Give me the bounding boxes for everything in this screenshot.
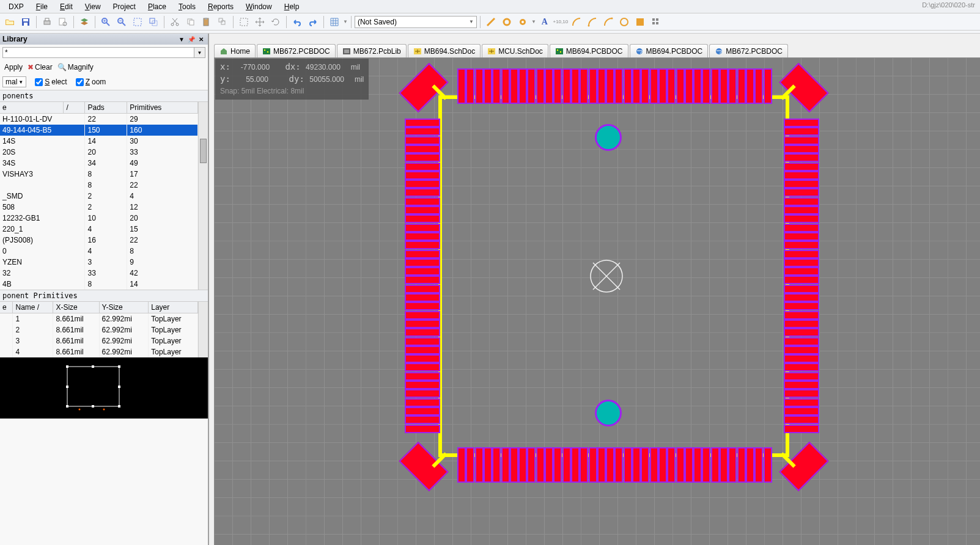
zoom-sel-icon[interactable] bbox=[146, 15, 161, 29]
table-row[interactable]: 49-144-045-B5150160 bbox=[0, 125, 198, 136]
circle-icon[interactable] bbox=[617, 15, 632, 29]
table-row[interactable]: 508212 bbox=[0, 202, 198, 213]
print-icon[interactable] bbox=[40, 15, 54, 29]
table-row[interactable]: 38.661mil62.992miTopLayer bbox=[0, 335, 198, 346]
menu-window[interactable]: Window bbox=[240, 1, 278, 12]
layers-icon[interactable] bbox=[77, 15, 92, 29]
menu-tools[interactable]: Tools bbox=[172, 1, 202, 12]
grid-icon[interactable] bbox=[327, 15, 342, 29]
svg-rect-33 bbox=[652, 18, 655, 21]
smd-pad bbox=[784, 285, 819, 293]
ie-icon bbox=[635, 47, 644, 56]
track-icon[interactable] bbox=[484, 15, 498, 29]
zoom-in-icon[interactable] bbox=[98, 15, 113, 29]
preview-icon[interactable] bbox=[56, 15, 70, 29]
arc2-icon[interactable] bbox=[585, 15, 600, 29]
string-icon[interactable]: A bbox=[537, 15, 552, 29]
table-row[interactable]: VISHAY3817 bbox=[0, 169, 198, 180]
table-row[interactable]: H-110-01-L-DV2229 bbox=[0, 114, 198, 125]
library-title-bar[interactable]: Library ▼ 📌 ✕ bbox=[0, 34, 208, 45]
pcb-canvas[interactable]: x: -770.000 dx: 49230.000 mil y: 55.000 … bbox=[214, 57, 980, 545]
tab-mb672-pcbdoc[interactable]: MB672.PCBDOC bbox=[709, 44, 788, 57]
filter-input[interactable] bbox=[2, 47, 194, 58]
save-icon[interactable] bbox=[18, 15, 33, 29]
fill-icon[interactable] bbox=[633, 15, 647, 29]
smd-pad bbox=[518, 447, 527, 483]
menu-project[interactable]: Project bbox=[107, 1, 142, 12]
tab-mcu-schdoc[interactable]: MCU.SchDoc bbox=[482, 44, 548, 57]
arc3-icon[interactable] bbox=[601, 15, 616, 29]
close-icon[interactable]: ✕ bbox=[197, 35, 205, 43]
cut-icon[interactable] bbox=[168, 15, 182, 29]
svg-rect-34 bbox=[656, 18, 658, 21]
tab-mb694-pcbdoc[interactable]: MB694.PCBDOC bbox=[550, 44, 628, 57]
smd-pad bbox=[676, 447, 685, 483]
menu-reports[interactable]: Reports bbox=[202, 1, 240, 12]
table-row[interactable]: 14S1430 bbox=[0, 136, 198, 147]
zoom-fit-icon[interactable] bbox=[130, 15, 145, 29]
dimension-icon[interactable]: +10,10 bbox=[553, 15, 568, 29]
clear-button[interactable]: ✖Clear bbox=[26, 62, 54, 73]
apply-button[interactable]: Apply bbox=[2, 62, 24, 73]
tab-label: MB672.PCBDOC bbox=[273, 47, 330, 56]
table-row[interactable]: 28.661mil62.992miTopLayer bbox=[0, 324, 198, 335]
zoom-checkbox[interactable]: Zoom bbox=[76, 78, 106, 86]
layer-dropdown[interactable]: (Not Saved) ▼ bbox=[355, 16, 477, 28]
svg-rect-46 bbox=[560, 51, 561, 53]
array-icon[interactable] bbox=[649, 15, 663, 29]
move-icon[interactable] bbox=[252, 15, 267, 29]
menu-file[interactable]: File bbox=[30, 1, 54, 12]
tab-mb694-schdoc[interactable]: MB694.SchDoc bbox=[408, 44, 481, 57]
svg-point-30 bbox=[611, 17, 613, 19]
table-row[interactable]: _SMD24 bbox=[0, 191, 198, 202]
open-icon[interactable] bbox=[2, 15, 17, 29]
zoom-out-icon[interactable] bbox=[114, 15, 129, 29]
table-row[interactable]: 822 bbox=[0, 180, 198, 191]
select-icon[interactable] bbox=[237, 15, 251, 29]
smd-pad bbox=[518, 68, 527, 104]
primitives-grid[interactable]: eName /X-SizeY-SizeLayer 18.661mil62.992… bbox=[0, 302, 198, 357]
dropdown-icon[interactable]: ▼ bbox=[177, 35, 186, 43]
table-row[interactable]: 4B814 bbox=[0, 279, 198, 290]
menu-dxp[interactable]: DXP bbox=[2, 1, 30, 12]
table-row[interactable]: YZEN39 bbox=[0, 257, 198, 268]
table-row[interactable]: 12232-GB11020 bbox=[0, 213, 198, 224]
arc1-icon[interactable] bbox=[569, 15, 584, 29]
svg-rect-35 bbox=[652, 22, 655, 24]
filter-dropdown-icon[interactable]: ▼ bbox=[194, 47, 205, 58]
svg-rect-38 bbox=[264, 49, 265, 51]
table-row[interactable]: 34S3449 bbox=[0, 158, 198, 169]
menu-help[interactable]: Help bbox=[278, 1, 306, 12]
svg-point-28 bbox=[521, 21, 524, 23]
via-icon[interactable] bbox=[515, 15, 530, 29]
tab-mb694-pcbdoc[interactable]: MB694.PCBDOC bbox=[630, 44, 709, 57]
menu-edit[interactable]: Edit bbox=[54, 1, 79, 12]
menu-place[interactable]: Place bbox=[142, 1, 172, 12]
table-row[interactable]: 20S2033 bbox=[0, 147, 198, 158]
tab-home[interactable]: Home bbox=[214, 44, 256, 57]
table-row[interactable]: 48.661mil62.992miTopLayer bbox=[0, 346, 198, 357]
table-row[interactable]: 323342 bbox=[0, 268, 198, 279]
copy-icon[interactable] bbox=[183, 15, 198, 29]
paste-icon[interactable] bbox=[199, 15, 214, 29]
duplicate-icon[interactable] bbox=[215, 15, 230, 29]
table-row[interactable]: 18.661mil62.992miTopLayer bbox=[0, 313, 198, 325]
undo-icon[interactable] bbox=[290, 15, 304, 29]
magnify-button[interactable]: 🔍Magnify bbox=[56, 62, 95, 73]
table-row[interactable]: 048 bbox=[0, 246, 198, 257]
table-row[interactable]: (PJS008)1622 bbox=[0, 235, 198, 246]
rotate-icon[interactable] bbox=[268, 15, 283, 29]
mode-select[interactable]: mal▼ bbox=[2, 76, 26, 87]
tab-mb672-pcbdoc[interactable]: MB672.PCBDOC bbox=[257, 44, 336, 57]
tab-mb672-pcblib[interactable]: MB672.PcbLib bbox=[337, 44, 407, 57]
pin-icon[interactable]: 📌 bbox=[187, 35, 196, 43]
pad-icon[interactable] bbox=[499, 15, 514, 29]
menu-view[interactable]: View bbox=[79, 1, 107, 12]
redo-icon[interactable] bbox=[306, 15, 320, 29]
select-checkbox[interactable]: Select bbox=[35, 78, 67, 86]
sch-icon bbox=[487, 47, 496, 56]
table-row[interactable]: 220_1415 bbox=[0, 224, 198, 235]
components-grid[interactable]: e/PadsPrimitives H-110-01-L-DV222949-144… bbox=[0, 102, 198, 290]
scrollbar[interactable] bbox=[198, 102, 208, 290]
scrollbar[interactable] bbox=[198, 302, 208, 357]
